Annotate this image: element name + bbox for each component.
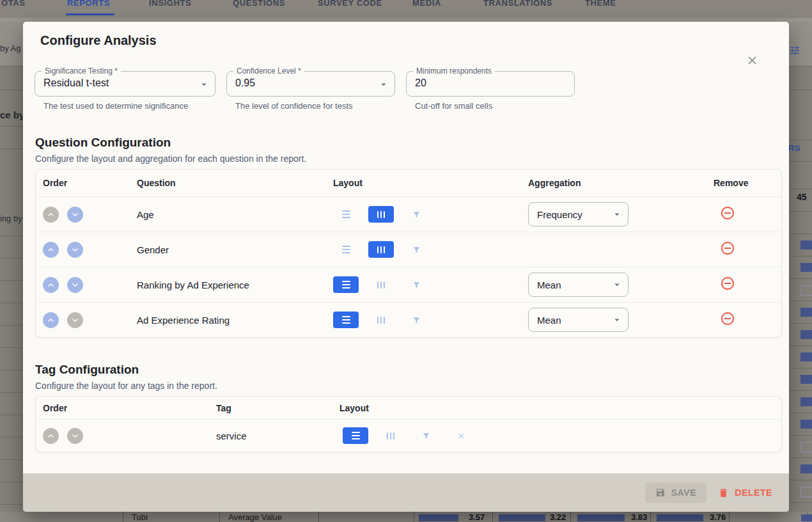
field-label: Minimum respondents [413,67,495,75]
dropdown-caret-icon [611,209,623,220]
layout-columns-button[interactable] [368,206,394,223]
layout-rows-button[interactable] [333,241,359,258]
layout-rows-button[interactable] [333,206,359,223]
move-up-button[interactable] [43,428,59,444]
table-grid-line [0,235,23,236]
aggregation-value: Mean [537,315,561,326]
cell-border [570,512,571,522]
row-cell-label: Tubi [132,512,148,522]
layout-columns-button[interactable] [378,427,403,444]
table-grid-line [789,139,812,140]
question-configuration-subtitle: Configure the layout and aggregation for… [35,154,789,164]
layout-filter-button[interactable] [403,241,429,258]
table-grid-line [789,502,812,503]
mini-bar [800,375,812,384]
question-table-header: Order Question Layout Aggregation Remove [36,170,781,196]
move-up-button[interactable] [43,312,59,328]
layout-filter-button[interactable] [403,206,429,223]
dialog-footer: SAVE DELETE [23,473,789,512]
tab-translations[interactable]: TRANSLATIONS [483,0,552,8]
delete-button[interactable]: DELETE [718,487,772,498]
question-label: Ad Experience Rating [137,315,333,326]
value-bar [657,514,703,521]
move-up-button[interactable] [43,277,59,293]
mini-bar [800,442,812,452]
move-down-button[interactable] [67,242,83,258]
table-grid-line [789,161,812,162]
value-bar [577,514,625,521]
dialog-title: Configure Analysis [23,22,789,48]
mini-bar [800,241,812,249]
filter-layout-icon [412,316,421,324]
mini-bar [800,352,812,361]
aggregation-select[interactable]: Mean [528,308,629,332]
move-up-button[interactable] [43,242,59,258]
tab-reports[interactable]: REPORTS [67,0,110,8]
tab-insights[interactable]: INSIGHTS [149,0,191,8]
filter-layout-icon [412,281,421,289]
cell-value: 3.83 [631,512,647,522]
layout-rows-button[interactable] [343,427,368,444]
table-grid-line [789,457,812,458]
tab-theme[interactable]: THEME [585,0,616,8]
question-label: Gender [137,244,333,255]
aggregation-select[interactable]: Mean [528,273,629,297]
field-value: 0.95 [235,77,255,89]
aggregation-select[interactable]: Frequency [528,202,629,226]
column-header-remove: Remove [714,178,781,188]
table-grid-line [789,256,812,257]
table-grid-line [0,148,23,149]
save-button[interactable]: SAVE [645,482,707,503]
chevron-down-icon [70,209,81,220]
table-grid-line [0,347,23,348]
confidence-level-select[interactable]: Confidence Level * 0.95 [226,71,395,97]
layout-rows-button[interactable] [333,276,359,293]
move-up-button[interactable] [43,207,59,223]
table-grid-line [0,392,23,393]
column-header-question: Question [137,178,333,188]
layout-columns-button[interactable] [368,312,394,328]
minimum-respondents-input[interactable]: Minimum respondents 20 [406,71,575,97]
remove-question-button[interactable] [720,241,735,256]
dropdown-caret-icon [198,79,210,90]
close-button[interactable] [744,52,760,68]
table-grid-line [789,413,812,413]
field-label: Confidence Level * [233,67,304,75]
remove-question-button[interactable] [720,276,735,291]
layout-filter-button[interactable] [403,276,429,293]
filter-layout-icon [412,210,421,219]
chevron-down-icon [70,431,81,441]
move-down-button[interactable] [67,428,83,444]
tab-media[interactable]: MEDIA [412,0,441,8]
layout-columns-button[interactable] [368,241,394,258]
value-bar [801,514,812,521]
tag-configuration-subtitle: Configure the layout for any tags in the… [35,381,789,391]
remove-question-button[interactable] [720,311,735,326]
question-configuration-heading: Question Configuration [35,136,789,150]
chevron-down-icon [70,244,81,255]
table-grid-line [789,323,812,324]
tab-questions[interactable]: QUESTIONS [233,0,285,8]
table-grid-line [789,211,812,212]
tag-configuration-heading: Tag Configuration [35,363,789,377]
mini-bar [800,397,812,406]
layout-filter-button[interactable] [403,312,429,328]
tune-icon [789,45,800,56]
table-grid-line [789,390,812,391]
significance-testing-select[interactable]: Significance Testing * Residual t-test [35,71,215,97]
layout-x-button[interactable] [448,427,474,444]
table-grid-line [0,437,23,438]
tab-otas[interactable]: OTAS [1,0,26,8]
layout-rows-button[interactable] [333,312,359,328]
remove-circle-icon [720,241,735,256]
remove-circle-icon [720,276,735,291]
layout-filter-button[interactable] [413,427,439,444]
layout-columns-button[interactable] [368,276,394,293]
move-down-button[interactable] [67,312,83,328]
column-header-order: Order [43,178,137,188]
tab-survey-code[interactable]: SURVEY CODE [318,0,382,8]
move-down-button[interactable] [67,277,83,293]
move-down-button[interactable] [67,207,83,223]
remove-question-button[interactable] [720,205,735,221]
tag-table: Order Tag Layout service [35,396,782,452]
